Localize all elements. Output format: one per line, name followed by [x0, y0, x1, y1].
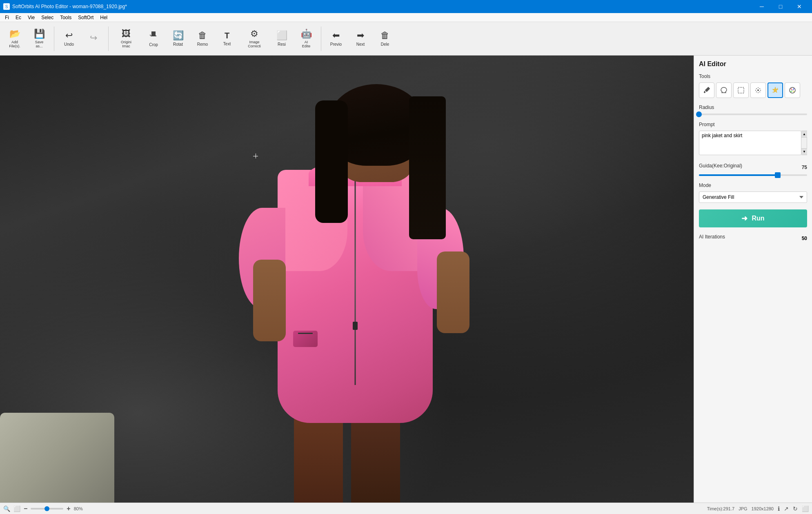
palette-tool-button[interactable]	[785, 82, 800, 98]
resize-icon: ⬜	[276, 30, 287, 41]
titlebar-controls: ─ □ ✕	[752, 0, 809, 13]
zipper	[354, 170, 356, 385]
svg-point-5	[791, 91, 792, 92]
zoom-out-icon[interactable]: 🔍	[3, 505, 10, 512]
add-files-button[interactable]: 📂 AddFile(s).	[3, 24, 26, 53]
zoom-plus-icon[interactable]: +	[67, 505, 70, 512]
pocket-left	[293, 331, 318, 347]
previous-button[interactable]: ⬅ Previo	[325, 24, 347, 53]
radius-thumb[interactable]	[696, 111, 702, 117]
radius-slider-row	[699, 113, 807, 115]
panel-title: AI Editor	[699, 60, 807, 68]
titlebar: S SoftOrbits AI Photo Editor - woman-970…	[0, 0, 812, 13]
svg-point-6	[793, 91, 794, 92]
resize-button[interactable]: ⬜ Resi	[270, 24, 293, 53]
run-button[interactable]: ➜ Run	[699, 209, 807, 227]
external-link-icon[interactable]: ↗	[784, 505, 789, 512]
mode-select[interactable]: Generative Fill Inpainting Outpainting	[699, 191, 807, 203]
radius-slider[interactable]	[699, 113, 807, 115]
menu-hel[interactable]: Hel	[97, 14, 111, 21]
redo-button[interactable]: ↪	[82, 24, 105, 53]
zoom-thumb[interactable]	[44, 506, 49, 511]
pocket-zipper	[298, 333, 313, 334]
sparkle-tool-button[interactable]	[768, 82, 783, 98]
toolbar-separator-3	[321, 27, 321, 51]
rotate-button[interactable]: 🔄 Rotat	[167, 24, 189, 53]
refresh-icon[interactable]: ↻	[793, 505, 798, 512]
toolbar-separator-2	[108, 27, 109, 51]
info-icon[interactable]: ℹ	[778, 505, 780, 512]
magic-wand-button[interactable]	[750, 82, 766, 98]
statusbar-left: 🔍 ⬜ − + 80%	[3, 505, 83, 512]
zoom-slider[interactable]	[31, 508, 63, 510]
undo-button[interactable]: ↩ Undo	[58, 24, 80, 53]
head-shape	[340, 92, 413, 182]
remove-icon: 🗑	[198, 30, 207, 41]
image-correct-button[interactable]: ⚙ ImageCorrecti	[240, 24, 269, 53]
menu-softort[interactable]: SoftOrt	[75, 14, 97, 21]
ai-editor-button[interactable]: 🤖 AIEdite	[295, 24, 318, 53]
menu-selec[interactable]: Selec	[38, 14, 57, 21]
zoom-minus-icon[interactable]: −	[24, 505, 27, 512]
save-as-button[interactable]: 💾 Saveas...	[28, 24, 51, 53]
ai-editor-icon: 🤖	[301, 29, 312, 39]
guidance-thumb[interactable]	[775, 172, 781, 178]
iterations-value: 50	[802, 236, 807, 241]
lasso-tool-button[interactable]	[716, 82, 732, 98]
iterations-label: AI Iterations	[699, 234, 725, 240]
guidance-section: Guida(Kee:Original) 75	[699, 163, 807, 176]
svg-point-3	[791, 89, 792, 90]
radius-section: Radius	[699, 105, 807, 115]
close-button[interactable]: ✕	[790, 0, 809, 13]
svg-point-4	[793, 89, 794, 90]
rect-select-button[interactable]	[733, 82, 749, 98]
guidance-value: 75	[802, 165, 807, 170]
prompt-input[interactable]: pink jaket and skirt	[699, 131, 801, 155]
toolbar-separator-1	[54, 27, 54, 51]
brush-tool-button[interactable]	[699, 82, 714, 98]
guidance-header: Guida(Kee:Original) 75	[699, 163, 807, 172]
zoom-percent: 80%	[74, 506, 83, 511]
format-display: JPG	[739, 506, 747, 511]
save-as-icon: 💾	[34, 29, 45, 39]
menu-tools[interactable]: Tools	[57, 14, 75, 21]
original-image-button[interactable]: 🖼 OriginiImac	[112, 24, 140, 53]
crop-button[interactable]: Crop	[142, 24, 165, 53]
next-button[interactable]: ➡ Next	[349, 24, 372, 53]
crop-icon	[149, 30, 158, 41]
hair-left	[315, 100, 348, 223]
restore-button[interactable]: □	[771, 0, 790, 13]
redo-icon: ↪	[90, 33, 97, 43]
run-arrow-icon: ➜	[741, 214, 747, 223]
dimensions-display: 1920x1280	[752, 506, 774, 511]
arm-right	[437, 251, 469, 333]
toolbar: 📂 AddFile(s). 💾 Saveas... ↩ Undo ↪ 🖼 Ori…	[0, 22, 812, 56]
app-icon: S	[3, 3, 10, 10]
undo-icon: ↩	[65, 30, 73, 41]
original-image-icon: 🖼	[122, 29, 131, 39]
text-button[interactable]: T Text	[216, 24, 238, 53]
canvas-area[interactable]	[0, 56, 694, 503]
next-icon: ➡	[357, 30, 364, 41]
previous-icon: ⬅	[332, 30, 340, 41]
main-layout: AI Editor Tools Radiu	[0, 56, 812, 503]
prompt-scroll-up-button[interactable]: ▲	[801, 131, 807, 138]
fullscreen-icon[interactable]: ⬜	[802, 505, 809, 512]
guidance-slider[interactable]	[699, 174, 807, 176]
delete-button[interactable]: 🗑 Dele	[374, 24, 396, 53]
menu-ec[interactable]: Ec	[12, 14, 24, 21]
menu-fi[interactable]: Fi	[2, 14, 12, 21]
prompt-scroll-down-button[interactable]: ▼	[801, 148, 807, 155]
remove-button[interactable]: 🗑 Remo	[191, 24, 214, 53]
svg-point-7	[792, 89, 793, 91]
ai-editor-panel: AI Editor Tools Radiu	[694, 56, 812, 503]
mode-section: Mode Generative Fill Inpainting Outpaint…	[699, 182, 807, 203]
minimize-button[interactable]: ─	[752, 0, 771, 13]
menu-vie[interactable]: Vie	[24, 14, 38, 21]
fit-icon[interactable]: ⬜	[13, 505, 20, 512]
prompt-section: Prompt pink jaket and skirt ▲ ▼	[699, 122, 807, 156]
photo-background	[0, 56, 694, 503]
arm-left	[253, 260, 286, 341]
tools-label: Tools	[699, 73, 807, 79]
mode-label: Mode	[699, 182, 807, 188]
